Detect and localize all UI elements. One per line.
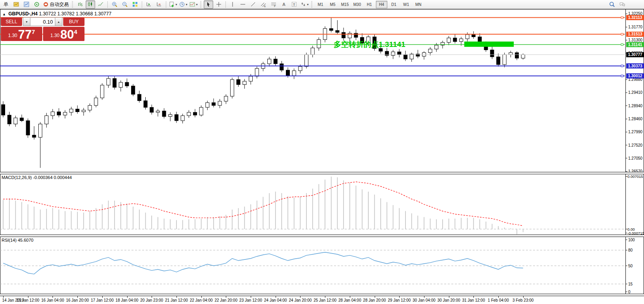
- time-label: 16 Jan 04:00: [41, 298, 64, 302]
- period-selector-button[interactable]: ▾: [178, 0, 188, 9]
- symbol-arrow-icon: ▲: [2, 12, 6, 16]
- toolbar-grip: [311, 1, 312, 7]
- time-label: 22 Jan 04:00: [190, 298, 213, 302]
- price-tick: 1.27520: [628, 143, 643, 147]
- tile-windows-button[interactable]: [130, 0, 140, 9]
- time-tick: [523, 296, 524, 298]
- timeframe-H4-button[interactable]: H4: [376, 1, 387, 8]
- zoom-in-icon: [111, 1, 118, 7]
- crosshair-button[interactable]: [214, 0, 223, 9]
- time-tick: [152, 296, 152, 298]
- period-selector-icon: [179, 1, 185, 7]
- toolbar: 单自动交易▾▾▾EFAT▾M1M5M15M30H1H4D1W1MN: [0, 0, 644, 9]
- time-label: 24 Jan 20:00: [289, 298, 312, 302]
- horizontal-line-button[interactable]: [238, 0, 248, 9]
- buy-price-sup: 4: [74, 28, 77, 35]
- bar-chart-icon: [77, 1, 83, 7]
- rsi-tick: 0: [628, 290, 631, 294]
- fibonacci-button[interactable]: F: [269, 0, 278, 9]
- price-tick: 1.31300: [628, 38, 643, 42]
- buy-price-button[interactable]: 1.30 80 4: [43, 27, 84, 41]
- text-button[interactable]: A: [279, 0, 289, 9]
- new-order-label: 单: [4, 1, 8, 8]
- time-tick: [449, 296, 449, 298]
- sell-button[interactable]: SELL: [1, 17, 22, 26]
- price-tick: 1.27050: [628, 156, 643, 160]
- trendline-button[interactable]: [248, 0, 258, 9]
- time-tick: [251, 296, 251, 298]
- sell-price-sup: 7: [32, 28, 35, 35]
- chart-window-button[interactable]: [11, 0, 21, 9]
- market-watch-button[interactable]: [22, 0, 31, 9]
- time-tick: [498, 296, 499, 298]
- rsi-tick: 100: [628, 238, 635, 242]
- price-tick: 1.28940: [628, 104, 643, 108]
- price-tick: 1.26570: [628, 169, 643, 172]
- signals-button[interactable]: [32, 0, 41, 9]
- rsi-tick: 50: [628, 264, 633, 268]
- time-tick: [276, 296, 276, 298]
- sell-price-prefix: 1.30: [8, 33, 17, 38]
- buy-button[interactable]: BUY: [63, 17, 84, 26]
- timeframe-M5-button[interactable]: M5: [327, 1, 338, 8]
- volume-input[interactable]: 0.10: [30, 17, 55, 26]
- time-tick: [102, 296, 103, 298]
- indicators-button[interactable]: ▾: [189, 0, 198, 9]
- autotrading-button[interactable]: 自动交易: [42, 0, 70, 9]
- mt4-window: 单自动交易▾▾▾EFAT▾M1M5M15M30H1H4D1W1MN 多空转折的点…: [0, 0, 644, 304]
- bar-chart-button[interactable]: [75, 0, 85, 9]
- toolbar-separator: [107, 1, 108, 8]
- svg-text:T: T: [293, 3, 295, 7]
- time-axis[interactable]: 14 Jan 201915 Jan 12:0016 Jan 04:0016 Ja…: [0, 296, 644, 304]
- auto-scroll-button[interactable]: [154, 0, 164, 9]
- zoom-out-button[interactable]: [120, 0, 130, 9]
- timeframe-M1-button[interactable]: M1: [315, 1, 326, 8]
- macd-panel: 0.0070150.00-0.000715 MACD(12,26,9) -0.0…: [0, 174, 644, 235]
- shapes-icon: [300, 1, 306, 7]
- chat-icon: [619, 1, 625, 7]
- chart-header: ▲ GBPUSD-,H4 1.30722 1.30782 1.30668 1.3…: [2, 11, 111, 17]
- candle-chart-button[interactable]: [86, 0, 95, 9]
- timeframe-W1-button[interactable]: W1: [400, 1, 412, 8]
- time-label: 23 Jan 12:00: [239, 298, 262, 302]
- macd-canvas[interactable]: 0.0070150.00-0.000715: [0, 174, 644, 235]
- buy-price-big: 80: [60, 29, 74, 40]
- chart-shift-icon: [146, 1, 152, 7]
- label-button[interactable]: T: [289, 0, 299, 9]
- channel-icon: E: [260, 1, 267, 7]
- zoom-in-button[interactable]: [110, 0, 119, 9]
- new-order-button[interactable]: 单: [1, 0, 11, 9]
- timeframe-M30-button[interactable]: M30: [351, 1, 363, 8]
- timeframe-MN-button[interactable]: MN: [413, 1, 424, 8]
- timeframe-H1-button[interactable]: H1: [364, 1, 375, 8]
- time-label: 30 Jan 04:00: [413, 298, 436, 302]
- chat-button[interactable]: [618, 0, 627, 9]
- search-button[interactable]: [607, 0, 617, 9]
- volume-increase-button[interactable]: ▲: [55, 17, 62, 26]
- volume-decrease-button[interactable]: ▼: [23, 17, 30, 26]
- chart-window-icon: [13, 1, 19, 7]
- line-chart-button[interactable]: [96, 0, 105, 9]
- svg-text:E: E: [264, 5, 266, 7]
- time-tick: [3, 296, 4, 298]
- cursor-button[interactable]: [204, 0, 213, 9]
- chart-shift-button[interactable]: [144, 0, 154, 9]
- text-icon: A: [281, 1, 287, 7]
- time-tick: [300, 296, 300, 298]
- vertical-line-button[interactable]: [228, 0, 237, 9]
- sell-price-button[interactable]: 1.30 77 7: [1, 27, 42, 41]
- main-chart-canvas[interactable]: 多空转折的点1.311411.322501.317701.313001.3083…: [0, 9, 644, 172]
- time-label: 17 Jan 12:00: [91, 298, 114, 302]
- rsi-canvas[interactable]: 1008050150: [0, 237, 644, 294]
- shapes-button[interactable]: ▾: [300, 0, 309, 9]
- new-chart-button[interactable]: ▾: [168, 0, 178, 9]
- price-badge: 1.30373: [628, 64, 642, 68]
- timeframe-M15-button[interactable]: M15: [339, 1, 351, 8]
- svg-text:F: F: [274, 5, 276, 7]
- crosshair-icon: [216, 1, 222, 7]
- trendline-icon: [250, 1, 256, 7]
- tile-windows-icon: [132, 1, 138, 7]
- timeframe-D1-button[interactable]: D1: [388, 1, 400, 8]
- fibonacci-icon: F: [270, 1, 277, 7]
- channel-button[interactable]: E: [259, 0, 268, 9]
